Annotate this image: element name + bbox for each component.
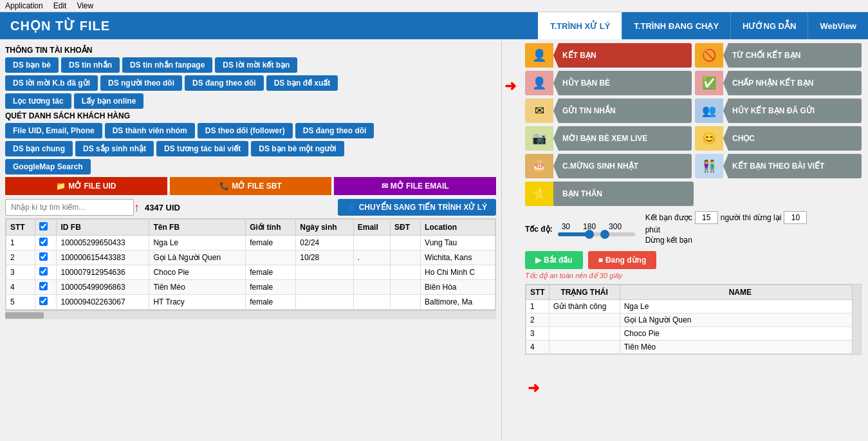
uid-count: 4347 UID: [145, 203, 180, 212]
header: CHỌN TỪ FILE T.TRÌNH XỬ LÝ T.TRÌNH ĐANG …: [0, 12, 868, 39]
table-row: 4 100005499096863 Tiên Mèo female Biên H…: [6, 280, 495, 295]
btn-mo-file-uid[interactable]: 📁 MỞ FILE UID: [5, 177, 167, 195]
btn-ds-sap-sinh-nhat[interactable]: DS sắp sinh nhật: [75, 141, 154, 156]
email-icon: ✉: [382, 182, 388, 191]
arrow-container: ➜: [502, 39, 519, 439]
btn-action-8[interactable]: 🎂 C.MỪNG SINH NHẬT: [525, 154, 692, 178]
btn-ds-dang-theo-doi[interactable]: DS đang theo dõi: [185, 75, 264, 91]
action-grid: 👤 KẾT BẠN 🚫 TỪ CHỐI KẾT BẠN 👤 HỦY BẠN BÈ…: [525, 43, 862, 206]
result-scrollbar[interactable]: [852, 285, 861, 354]
row-checkbox[interactable]: [39, 267, 48, 276]
h-scrollbar-thumb[interactable]: [5, 312, 44, 319]
action-icon-1: 🚫: [695, 43, 723, 68]
btn-action-5[interactable]: 👥 HỦY KẾT BẠN ĐÃ GỬI: [695, 99, 862, 123]
file-icon: 📁: [56, 182, 66, 191]
btn-ds-ban-de-xuat[interactable]: DS bạn đề xuất: [266, 75, 338, 91]
nguoi-thi-dung-text: người thì dừng lại: [721, 213, 782, 222]
btn-ds-loi-moi-da-gui[interactable]: DS lời mời K.b đã gửi: [5, 75, 98, 91]
row-6: GoogleMap Search: [5, 159, 496, 174]
btn-ds-thanh-vien-nhom[interactable]: DS thành viên nhóm: [105, 123, 195, 138]
btn-mo-file-email[interactable]: ✉ MỞ FILE EMAIL: [334, 177, 496, 195]
action-icon-5: 👥: [695, 99, 723, 123]
action-icon-8: 🎂: [525, 154, 553, 178]
main: THÔNG TIN TÀI KHOẢN DS bạn bè DS tin nhắ…: [0, 39, 868, 439]
row-1: DS bạn bè DS tin nhắn DS tin nhắn fanpag…: [5, 57, 496, 73]
btn-action-3[interactable]: ✅ CHẤP NHẬN KẾT BẠN: [695, 71, 862, 95]
result-col-status: TRẠNG THÁI: [549, 285, 620, 300]
btn-stop[interactable]: ■ Đang dừng: [588, 251, 657, 269]
btn-process[interactable]: 👤 CHUYỂN SANG TIẾN TRÌNH XỬ LÝ: [338, 199, 496, 216]
action-label-5: HỦY KẾT BẠN ĐÃ GỬI: [723, 99, 862, 123]
btn-action-7[interactable]: 😊 CHỌC: [695, 126, 862, 151]
ket-ban-input[interactable]: [695, 211, 718, 224]
btn-ds-dang-theo-doi2[interactable]: DS đang theo dõi: [295, 123, 374, 138]
btn-ds-tin-nhan[interactable]: DS tin nhắn: [61, 57, 120, 73]
check-all[interactable]: [39, 222, 48, 230]
btn-action-0[interactable]: 👤 KẾT BẠN: [525, 43, 692, 68]
row-checkbox[interactable]: [39, 282, 48, 290]
action-icon-7: 😊: [695, 126, 723, 151]
nav-huongdan[interactable]: HƯỚNG DẪN: [730, 12, 808, 39]
speed-slider[interactable]: [558, 232, 635, 236]
h-scrollbar[interactable]: [5, 310, 496, 319]
ket-ban-text: Kết bạn được: [645, 213, 692, 222]
speed-30: 30: [562, 222, 570, 231]
dung-ket-ban-text: Dừng kết bạn: [645, 236, 808, 245]
menu-view[interactable]: View: [77, 1, 93, 10]
btn-action-2[interactable]: 👤 HỦY BẠN BÈ: [525, 71, 692, 95]
nav-webview[interactable]: WebView: [808, 12, 868, 39]
result-row: 3 Choco Pie: [526, 327, 861, 341]
btn-ds-tuong-tac-bai-viet[interactable]: DS tương tác bài viết: [156, 141, 248, 156]
btn-ds-ban-be[interactable]: DS bạn bè: [5, 57, 59, 73]
row-checkbox[interactable]: [39, 252, 48, 261]
btn-ds-nguoi-theo-doi[interactable]: DS người theo dõi: [100, 75, 182, 91]
action-label-0: KẾT BẠN: [553, 43, 692, 68]
slider-thumb-right[interactable]: [600, 230, 609, 239]
row-checkbox[interactable]: [39, 297, 48, 305]
btn-googlemap[interactable]: GoogleMap Search: [5, 159, 91, 174]
header-nav: T.TRÌNH XỬ LÝ T.TRÌNH ĐANG CHẠY HƯỚNG DẪ…: [538, 12, 868, 39]
left-panel: THÔNG TIN TÀI KHOẢN DS bạn bè DS tin nhắ…: [0, 39, 502, 439]
btn-action-9[interactable]: 👫 KẾT BẠN THEO BÀI VIẾT: [695, 154, 862, 178]
btn-loc-tuong-tac[interactable]: Lọc tương tác: [5, 93, 71, 109]
search-row: ↑ 4347 UID 👤 CHUYỂN SANG TIẾN TRÌNH XỬ L…: [5, 199, 496, 216]
action-icon-0: 👤: [525, 43, 553, 68]
menu-edit[interactable]: Edit: [53, 1, 67, 10]
btn-action-6[interactable]: 📷 MỜI BẠN BÈ XEM LIVE: [525, 126, 692, 151]
btn-ds-ban-chung[interactable]: DS bạn chung: [5, 141, 73, 156]
btn-ds-tin-nhan-fanpage[interactable]: DS tin nhắn fanpage: [122, 57, 212, 73]
table-row: 2 100000615443383 Gọi Là Người Quen 10/2…: [6, 250, 495, 265]
row-checkbox[interactable]: [39, 238, 48, 246]
action-label-8: C.MỪNG SINH NHẬT: [553, 154, 692, 178]
dung-lai-input[interactable]: [784, 211, 807, 224]
page-title: CHỌN TỪ FILE: [0, 18, 120, 33]
row-4: File UID, Email, Phone DS thành viên nhó…: [5, 123, 496, 138]
btn-lay-ban-online[interactable]: Lấy bạn online: [74, 93, 144, 109]
col-gender: Giới tính: [246, 220, 296, 236]
ket-ban-setting: Kết bạn được người thì dừng lại: [645, 211, 808, 224]
nav-ttxuly[interactable]: T.TRÌNH XỬ LÝ: [538, 12, 622, 39]
stop-icon: ■: [598, 256, 603, 265]
btn-file-uid[interactable]: File UID, Email, Phone: [5, 123, 102, 138]
action-label-9: KẾT BẠN THEO BÀI VIẾT: [723, 154, 862, 178]
btn-start[interactable]: ▶ Bắt đầu: [525, 251, 583, 269]
btn-mo-file-sbt[interactable]: 📞 MỞ FILE SBT: [170, 177, 332, 195]
action-icon-6: 📷: [525, 126, 553, 151]
btn-action-1[interactable]: 🚫 TỪ CHỐI KẾT BẠN: [695, 43, 862, 68]
action-label-1: TỪ CHỐI KẾT BẠN: [723, 43, 862, 68]
slider-thumb-left[interactable]: [585, 230, 594, 239]
search-input[interactable]: [5, 199, 134, 216]
btn-action-4[interactable]: ✉ GỬI TIN NHẮN: [525, 99, 692, 123]
table-row: 3 100007912954636 Choco Pie female Ho Ch…: [6, 265, 495, 280]
right-arrow-icon: ➜: [504, 78, 516, 95]
phone-icon: 📞: [219, 182, 229, 191]
btn-ban-than[interactable]: ⭐ BẠN THÂN: [525, 182, 694, 206]
speed-300: 300: [609, 222, 622, 231]
row-5: DS bạn chung DS sắp sinh nhật DS tương t…: [5, 141, 496, 156]
nav-ttdangchay[interactable]: T.TRÌNH ĐANG CHẠY: [622, 12, 730, 39]
btn-ds-theo-doi[interactable]: DS theo dõi (follower): [198, 123, 293, 138]
menu-application[interactable]: Application: [5, 1, 43, 10]
btn-ds-loi-moi-ket-ban[interactable]: DS lời mời kết bạn: [215, 57, 297, 73]
btn-ds-ban-be-mot-nguoi[interactable]: DS bạn bè một người: [251, 141, 344, 156]
row-2: DS lời mời K.b đã gửi DS người theo dõi …: [5, 75, 496, 91]
